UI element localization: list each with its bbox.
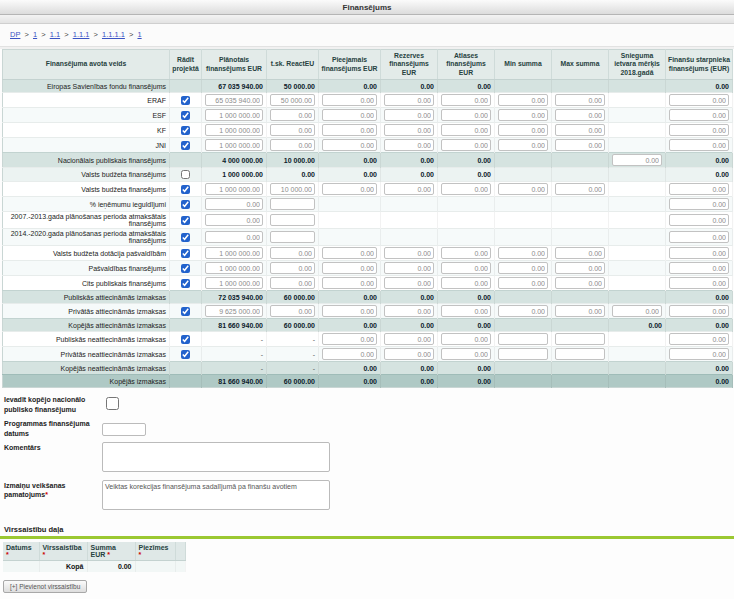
amount-input[interactable] [669,139,729,151]
amount-input[interactable] [498,183,548,195]
breadcrumb-link[interactable]: 1.1.1 [73,30,90,39]
show-in-project-checkbox[interactable] [181,185,190,194]
add-virssaistiba-button[interactable]: [+] Pievienot virssaistību [3,580,87,593]
amount-input[interactable] [555,94,605,106]
amount-input[interactable] [205,277,263,289]
amount-input[interactable] [322,333,377,345]
show-in-project-cell[interactable] [170,332,202,347]
amount-input[interactable] [669,183,729,195]
amount-input[interactable] [555,277,605,289]
amount-input[interactable] [441,247,491,259]
amount-input[interactable] [441,262,491,274]
breadcrumb-link[interactable]: 1.1.1.1 [102,30,125,39]
amount-input[interactable] [270,277,315,289]
amount-input[interactable] [669,124,729,136]
show-in-project-checkbox[interactable] [181,307,190,316]
breadcrumb-link[interactable]: 1.1 [50,30,60,39]
amount-input[interactable] [322,262,377,274]
amount-input[interactable] [555,305,605,317]
amount-input[interactable] [384,305,434,317]
amount-input[interactable] [322,94,377,106]
amount-input[interactable] [384,109,434,121]
show-in-project-checkbox[interactable] [181,216,190,225]
show-in-project-cell[interactable] [170,197,202,212]
amount-input[interactable] [498,94,548,106]
show-in-project-checkbox[interactable] [181,335,190,344]
amount-input[interactable] [322,124,377,136]
amount-input[interactable] [384,124,434,136]
amount-input[interactable] [270,139,315,151]
amount-input[interactable] [205,94,263,106]
show-in-project-cell[interactable] [170,276,202,291]
amount-input[interactable] [322,277,377,289]
amount-input[interactable] [555,139,605,151]
reason-textarea[interactable]: Veiktas korekcijas finansējuma sadalījum… [102,480,330,510]
amount-input[interactable] [322,348,377,360]
amount-input[interactable] [669,231,729,243]
amount-input[interactable] [669,109,729,121]
show-in-project-checkbox[interactable] [181,350,190,359]
amount-input[interactable] [498,139,548,151]
amount-input[interactable] [384,262,434,274]
amount-input[interactable] [270,183,315,195]
show-in-project-checkbox[interactable] [181,141,190,150]
show-in-project-checkbox[interactable] [181,170,190,179]
amount-input[interactable] [498,305,548,317]
amount-input[interactable] [322,247,377,259]
show-in-project-checkbox[interactable] [181,249,190,258]
amount-input[interactable] [270,231,315,243]
amount-input[interactable] [612,305,662,317]
amount-input[interactable] [205,305,263,317]
amount-input[interactable] [669,333,729,345]
comment-textarea[interactable] [102,442,330,472]
amount-input[interactable] [555,109,605,121]
amount-input[interactable] [669,247,729,259]
amount-input[interactable] [205,214,263,226]
amount-input[interactable] [205,124,263,136]
amount-input[interactable] [270,109,315,121]
amount-input[interactable] [205,139,263,151]
amount-input[interactable] [669,198,729,210]
amount-input[interactable] [205,109,263,121]
show-in-project-checkbox[interactable] [181,96,190,105]
amount-input[interactable] [669,262,729,274]
show-in-project-cell[interactable] [170,168,202,182]
amount-input[interactable] [441,305,491,317]
amount-input[interactable] [441,333,491,345]
amount-input[interactable] [205,183,263,195]
show-in-project-checkbox[interactable] [181,126,190,135]
amount-input[interactable] [441,109,491,121]
show-in-project-cell[interactable] [170,138,202,153]
amount-input[interactable] [555,247,605,259]
amount-input[interactable] [441,277,491,289]
amount-input[interactable] [270,247,315,259]
amount-input[interactable] [555,262,605,274]
amount-input[interactable] [205,247,263,259]
amount-input[interactable] [205,262,263,274]
amount-input[interactable] [612,154,662,166]
amount-input[interactable] [270,214,315,226]
amount-input[interactable] [555,124,605,136]
amount-input[interactable] [384,94,434,106]
amount-input[interactable] [669,214,729,226]
amount-input[interactable] [384,183,434,195]
show-in-project-checkbox[interactable] [181,200,190,209]
amount-input[interactable] [669,348,729,360]
amount-input[interactable] [205,198,263,210]
amount-input[interactable] [322,305,377,317]
amount-input[interactable] [270,198,315,210]
breadcrumb-link[interactable]: 1 [33,30,37,39]
show-in-project-cell[interactable] [170,229,202,246]
breadcrumb-link[interactable]: 1 [137,30,141,39]
show-in-project-cell[interactable] [170,261,202,276]
amount-input[interactable] [555,348,605,360]
amount-input[interactable] [669,277,729,289]
show-in-project-cell[interactable] [170,304,202,319]
show-in-project-cell[interactable] [170,123,202,138]
amount-input[interactable] [498,109,548,121]
show-in-project-cell[interactable] [170,347,202,362]
amount-input[interactable] [498,348,548,360]
amount-input[interactable] [669,94,729,106]
amount-input[interactable] [498,262,548,274]
show-in-project-checkbox[interactable] [181,279,190,288]
